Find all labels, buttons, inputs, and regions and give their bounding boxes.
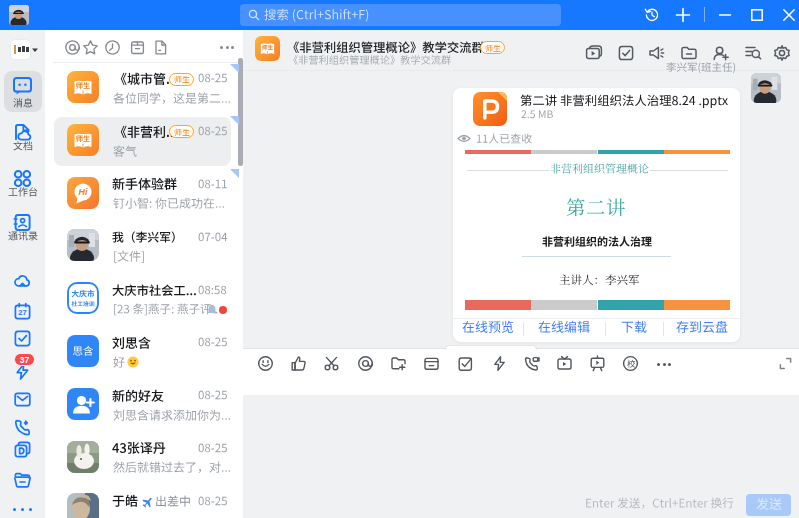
svg-text:27: 27 [18,308,26,317]
svg-text:37: 37 [20,355,30,365]
svg-text:Hi: Hi [79,187,88,197]
